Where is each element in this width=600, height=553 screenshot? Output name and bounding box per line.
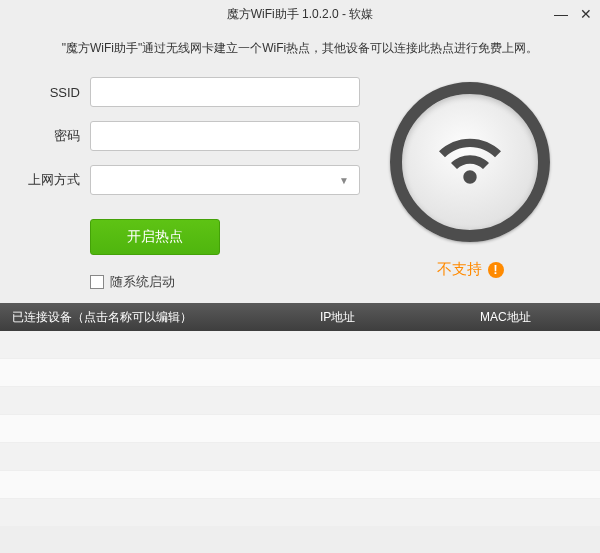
autostart-checkbox[interactable] [90,275,104,289]
table-row [0,415,600,443]
device-col-mac: MAC地址 [480,309,600,326]
table-row [0,331,600,359]
app-description: "魔方WiFi助手"通过无线网卡建立一个WiFi热点，其他设备可以连接此热点进行… [0,40,600,57]
table-row [0,359,600,387]
device-list [0,331,600,527]
table-row [0,443,600,471]
titlebar: 魔方WiFi助手 1.0.2.0 - 软媒 — ✕ [0,0,600,28]
mode-select[interactable]: ▼ [90,165,360,195]
chevron-down-icon: ▼ [339,175,349,186]
minimize-button[interactable]: — [554,6,568,22]
password-input[interactable] [90,121,360,151]
window-title: 魔方WiFi助手 1.0.2.0 - 软媒 [227,6,374,23]
ssid-label: SSID [20,85,80,100]
wifi-status-circle [390,82,550,242]
table-row [0,387,600,415]
status-text: 不支持 [437,260,482,279]
warning-icon: ! [488,262,504,278]
wifi-icon [430,122,510,202]
device-col-ip: IP地址 [320,309,480,326]
ssid-input[interactable] [90,77,360,107]
device-table-header: 已连接设备（点击名称可以编辑） IP地址 MAC地址 [0,303,600,331]
table-row [0,471,600,499]
device-col-name: 已连接设备（点击名称可以编辑） [0,309,320,326]
mode-label: 上网方式 [20,171,80,189]
autostart-label: 随系统启动 [110,273,175,291]
password-label: 密码 [20,127,80,145]
close-button[interactable]: ✕ [580,6,592,22]
table-row [0,499,600,527]
start-hotspot-button[interactable]: 开启热点 [90,219,220,255]
